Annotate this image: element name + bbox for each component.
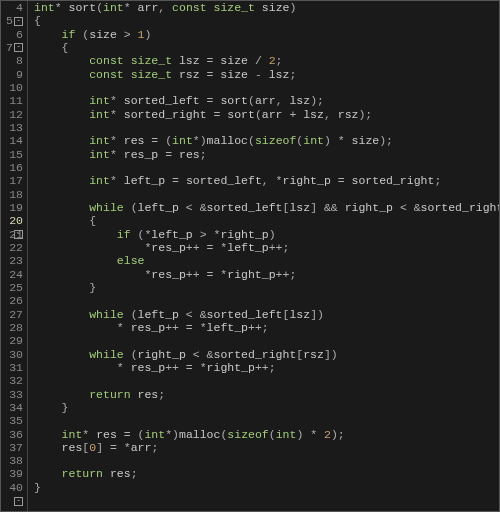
code-line[interactable]: } [34, 481, 499, 494]
code-line[interactable]: int* res = (int*)malloc(sizeof(int) * si… [34, 134, 499, 147]
code-line[interactable]: } [34, 281, 499, 294]
code-line[interactable]: res[0] = *arr; [34, 441, 499, 454]
code-area[interactable]: int* sort(int* arr, const size_t size){ … [28, 1, 499, 511]
line-number: 13 [1, 121, 23, 134]
code-line[interactable] [34, 294, 499, 307]
code-line[interactable]: int* sorted_left = sort(arr, lsz); [34, 94, 499, 107]
line-number: 12 [1, 108, 23, 121]
line-number: 16 [1, 161, 23, 174]
code-editor[interactable]: 45-67-891011121314151617181920-212223242… [0, 0, 500, 512]
line-number: 24 [1, 268, 23, 281]
line-number: 19 [1, 201, 23, 214]
code-line[interactable] [34, 121, 499, 134]
line-number: 4 [1, 1, 23, 14]
code-line[interactable]: else [34, 254, 499, 267]
code-line[interactable] [34, 414, 499, 427]
code-line[interactable]: if (*left_p > *right_p) [34, 228, 499, 241]
line-number: 8 [1, 54, 23, 67]
line-number: 11 [1, 94, 23, 107]
line-number: 25 [1, 281, 23, 294]
code-line[interactable]: * res_p++ = *right_p++; [34, 361, 499, 374]
line-number: 34 [1, 401, 23, 414]
code-line[interactable]: { [34, 14, 499, 27]
line-number: 26 [1, 294, 23, 307]
line-number: 9 [1, 68, 23, 81]
line-number: 7- [1, 41, 23, 54]
code-line[interactable]: const size_t lsz = size / 2; [34, 54, 499, 67]
code-line[interactable]: } [34, 401, 499, 414]
fold-icon[interactable]: - [14, 17, 23, 26]
line-number: 5- [1, 14, 23, 27]
line-number: 29 [1, 334, 23, 347]
line-number: 33 [1, 388, 23, 401]
code-line[interactable]: *res_p++ = *right_p++; [34, 268, 499, 281]
line-number: 38 [1, 454, 23, 467]
code-line[interactable]: int* res_p = res; [34, 148, 499, 161]
code-line[interactable]: int* left_p = sorted_left, *right_p = so… [34, 174, 499, 187]
code-line[interactable]: while (right_p < &sorted_right[rsz]) [34, 348, 499, 361]
line-number: 15 [1, 148, 23, 161]
code-line[interactable]: return res; [34, 388, 499, 401]
code-line[interactable]: { [34, 41, 499, 54]
line-number: 28 [1, 321, 23, 334]
line-number: 36 [1, 428, 23, 441]
line-number: 14 [1, 134, 23, 147]
line-number: 17 [1, 174, 23, 187]
line-number: 40- [1, 481, 23, 494]
line-number: 23 [1, 254, 23, 267]
line-number: 22 [1, 241, 23, 254]
line-number: 39 [1, 467, 23, 480]
line-number: 30 [1, 348, 23, 361]
line-number: 32 [1, 374, 23, 387]
line-number: 27 [1, 308, 23, 321]
code-line[interactable] [34, 334, 499, 347]
line-number: 10 [1, 81, 23, 94]
code-line[interactable] [34, 454, 499, 467]
code-line[interactable]: *res_p++ = *left_p++; [34, 241, 499, 254]
code-line[interactable] [34, 188, 499, 201]
code-line[interactable]: if (size > 1) [34, 28, 499, 41]
code-line[interactable]: while (left_p < &sorted_left[lsz] && rig… [34, 201, 499, 214]
code-line[interactable] [34, 81, 499, 94]
line-number: 37 [1, 441, 23, 454]
line-number: 6 [1, 28, 23, 41]
fold-icon[interactable]: - [14, 43, 23, 52]
code-line[interactable] [34, 374, 499, 387]
code-line[interactable] [34, 161, 499, 174]
fold-icon[interactable]: - [14, 497, 23, 506]
line-number-gutter: 45-67-891011121314151617181920-212223242… [1, 1, 28, 511]
code-line[interactable]: { [34, 214, 499, 227]
line-number: 31 [1, 361, 23, 374]
code-line[interactable]: int* sorted_right = sort(arr + lsz, rsz)… [34, 108, 499, 121]
code-line[interactable]: int* sort(int* arr, const size_t size) [34, 1, 499, 14]
code-line[interactable]: const size_t rsz = size - lsz; [34, 68, 499, 81]
code-line[interactable]: * res_p++ = *left_p++; [34, 321, 499, 334]
code-line[interactable]: int* res = (int*)malloc(sizeof(int) * 2)… [34, 428, 499, 441]
code-line[interactable]: while (left_p < &sorted_left[lsz]) [34, 308, 499, 321]
line-number: 21 [1, 228, 23, 241]
line-number: 35 [1, 414, 23, 427]
code-line[interactable]: return res; [34, 467, 499, 480]
line-number: 20- [1, 214, 23, 227]
line-number: 18 [1, 188, 23, 201]
